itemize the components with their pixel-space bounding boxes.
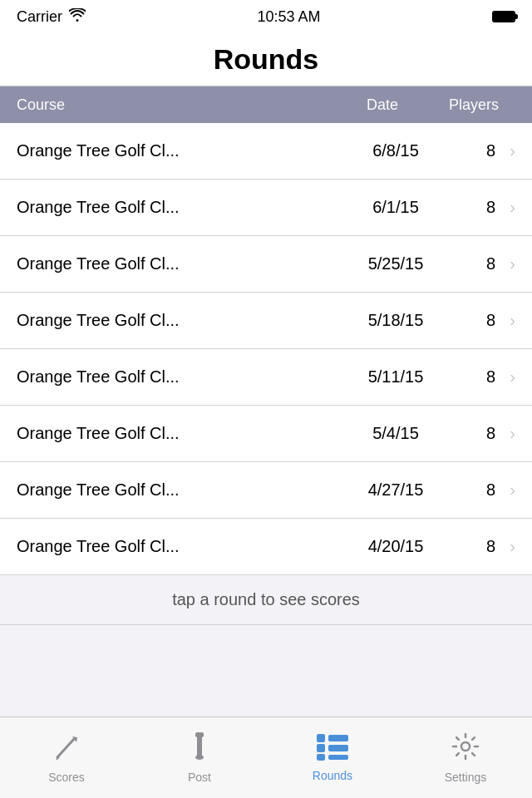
row-date: 4/27/15 [346, 480, 446, 500]
svg-point-5 [195, 755, 204, 760]
svg-rect-6 [317, 734, 325, 742]
table-row[interactable]: Orange Tree Golf Cl... 4/20/15 8 › [0, 519, 532, 575]
carrier-label: Carrier [17, 8, 62, 26]
row-players: 8 [446, 367, 495, 387]
table-header: Course Date Players [0, 86, 532, 123]
row-date: 5/11/15 [346, 367, 446, 387]
table-row[interactable]: Orange Tree Golf Cl... 4/27/15 8 › [0, 462, 532, 519]
wifi-icon [69, 8, 86, 26]
row-players: 8 [446, 424, 495, 443]
tab-scores-label: Scores [48, 771, 85, 784]
page-title: Rounds [214, 43, 319, 76]
tab-settings[interactable]: Settings [399, 717, 532, 798]
row-course: Orange Tree Golf Cl... [17, 367, 346, 387]
row-date: 5/18/15 [346, 311, 446, 330]
row-date: 4/20/15 [346, 537, 446, 556]
svg-rect-8 [317, 744, 325, 752]
status-right [492, 11, 515, 22]
chevron-right-icon: › [495, 141, 515, 160]
column-header-players: Players [432, 96, 515, 114]
row-players: 8 [446, 537, 495, 556]
tab-settings-label: Settings [445, 771, 487, 784]
table-row[interactable]: Orange Tree Golf Cl... 6/8/15 8 › [0, 123, 532, 180]
svg-line-1 [57, 739, 74, 757]
row-players: 8 [446, 480, 495, 500]
post-icon [189, 732, 210, 767]
table-row[interactable]: Orange Tree Golf Cl... 5/11/15 8 › [0, 349, 532, 406]
table-row[interactable]: Orange Tree Golf Cl... 5/18/15 8 › [0, 293, 532, 349]
svg-rect-10 [317, 754, 325, 761]
row-date: 5/4/15 [346, 424, 446, 443]
row-course: Orange Tree Golf Cl... [17, 198, 346, 217]
scores-icon [54, 732, 79, 767]
row-course: Orange Tree Golf Cl... [17, 480, 346, 500]
tab-post-label: Post [188, 771, 211, 784]
table-row[interactable]: Orange Tree Golf Cl... 6/1/15 8 › [0, 180, 532, 236]
tab-post[interactable]: Post [133, 717, 266, 798]
column-header-course: Course [17, 96, 332, 114]
row-course: Orange Tree Golf Cl... [17, 537, 346, 556]
svg-rect-4 [197, 736, 202, 757]
column-header-date: Date [332, 96, 432, 114]
chevron-right-icon: › [495, 424, 515, 443]
row-date: 6/1/15 [346, 198, 446, 217]
svg-rect-7 [328, 735, 348, 741]
chevron-right-icon: › [495, 367, 515, 387]
svg-rect-11 [328, 755, 348, 760]
row-course: Orange Tree Golf Cl... [17, 311, 346, 330]
table-row[interactable]: Orange Tree Golf Cl... 5/25/15 8 › [0, 236, 532, 293]
tab-rounds[interactable]: Rounds [266, 717, 399, 798]
nav-bar: Rounds [0, 33, 532, 86]
chevron-right-icon: › [495, 480, 515, 500]
svg-rect-9 [328, 745, 348, 751]
rounds-icon [317, 734, 348, 764]
status-left: Carrier [17, 8, 86, 26]
table-row[interactable]: Orange Tree Golf Cl... 5/4/15 8 › [0, 406, 532, 462]
row-course: Orange Tree Golf Cl... [17, 254, 346, 273]
settings-icon [451, 732, 480, 767]
tab-rounds-label: Rounds [313, 769, 352, 782]
battery-icon [492, 11, 515, 22]
row-course: Orange Tree Golf Cl... [17, 424, 346, 443]
status-time: 10:53 AM [257, 8, 320, 26]
row-date: 5/25/15 [346, 254, 446, 273]
row-course: Orange Tree Golf Cl... [17, 141, 346, 160]
row-players: 8 [446, 254, 495, 273]
hint-text: tap a round to see scores [0, 575, 532, 625]
row-players: 8 [446, 141, 495, 160]
svg-point-12 [461, 742, 470, 751]
tab-scores[interactable]: Scores [0, 717, 133, 798]
chevron-right-icon: › [495, 537, 515, 556]
chevron-right-icon: › [495, 198, 515, 217]
row-players: 8 [446, 198, 495, 217]
chevron-right-icon: › [495, 254, 515, 273]
row-players: 8 [446, 311, 495, 330]
status-bar: Carrier 10:53 AM [0, 0, 532, 33]
row-date: 6/8/15 [346, 141, 446, 160]
tab-bar: Scores Post Rounds [0, 717, 532, 798]
rounds-table: Orange Tree Golf Cl... 6/8/15 8 › Orange… [0, 123, 532, 575]
chevron-right-icon: › [495, 311, 515, 330]
